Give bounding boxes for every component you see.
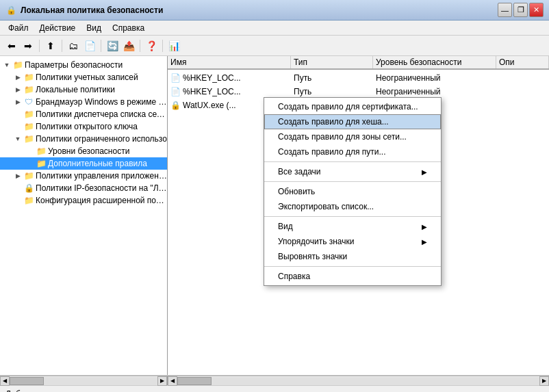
scroll-left-btn[interactable]: ◀ xyxy=(0,376,10,386)
cell-name-1: 📄 %HKEY_LOC... xyxy=(168,87,291,96)
folder-icon-7: 📁 xyxy=(36,146,47,157)
folder-icon-11: 📁 xyxy=(23,195,34,206)
tree-item-11[interactable]: 📁 Конфигурация расширенной полит xyxy=(0,194,167,207)
menu-file[interactable]: Файл xyxy=(3,22,34,34)
row-icon-2: 🔒 xyxy=(170,101,181,110)
folder-icon-root: 📁 xyxy=(12,60,23,70)
ctx-refresh[interactable]: Обновить xyxy=(264,184,441,199)
ctx-create-hash[interactable]: Создать правило для хеша... xyxy=(264,114,441,129)
scroll-right-btn[interactable]: ▶ xyxy=(157,376,167,386)
ctx-all-tasks[interactable]: Все задачи ▶ xyxy=(264,164,441,179)
view-button[interactable]: 📊 xyxy=(166,38,181,53)
col-header-desc[interactable]: Опи xyxy=(496,56,549,68)
folder-icon-6: 📁 xyxy=(23,133,34,144)
expand-icon-2: ▶ xyxy=(12,86,23,93)
tree-label-1: Политики учетных записей xyxy=(36,73,138,82)
refresh-button[interactable]: 🔄 xyxy=(105,38,120,53)
right-pane: Имя Тип Уровень безопасности Опи 📄 %HKEY… xyxy=(168,56,549,375)
scroll-row: ◀ ▶ ◀ ▶ xyxy=(0,376,549,385)
scroll-thumb-right[interactable] xyxy=(177,377,212,385)
expand-icon-10 xyxy=(12,185,23,192)
ctx-export[interactable]: Экспортировать список... xyxy=(264,199,441,214)
tree-label-11: Конфигурация расширенной полит xyxy=(36,196,167,205)
window-icon: 🔒 xyxy=(5,5,16,16)
tree-label-root: Параметры безопасности xyxy=(25,60,123,70)
tree-item-1[interactable]: ▶ 📁 Политики учетных записей xyxy=(0,71,167,83)
close-button[interactable]: ✕ xyxy=(529,3,544,17)
export-button[interactable]: 📤 xyxy=(121,38,136,53)
expand-icon-8 xyxy=(25,160,36,167)
expand-icon-11 xyxy=(12,197,23,204)
menu-view[interactable]: Вид xyxy=(81,22,107,34)
tree-label-3: Брандмауэр Windows в режиме пов xyxy=(36,97,167,107)
status-bar: Добавление нового правила для хэша прило… xyxy=(0,385,549,392)
ctx-separator-1 xyxy=(264,161,441,162)
forward-button[interactable]: ➡ xyxy=(21,38,36,53)
ctx-separator-4 xyxy=(264,266,441,267)
col-header-name[interactable]: Имя xyxy=(168,56,291,68)
ctx-separator-3 xyxy=(264,216,441,217)
tree-label-9: Политики управления приложения xyxy=(36,171,167,181)
submenu-arrow-1: ▶ xyxy=(422,168,427,176)
row-icon-0: 📄 xyxy=(170,73,181,83)
folder-icon-1: 📁 xyxy=(23,72,34,83)
tree-item-7[interactable]: 📁 Уровни безопасности xyxy=(0,145,167,157)
tree-item-3[interactable]: ▶ 🛡 Брандмауэр Windows в режиме пов xyxy=(0,96,167,108)
menu-help[interactable]: Справка xyxy=(107,22,150,34)
ctx-view[interactable]: Вид ▶ xyxy=(264,219,441,234)
folder-icon-4: 📁 xyxy=(23,109,34,120)
window-controls: — ❐ ✕ xyxy=(498,3,544,17)
ctx-help[interactable]: Справка xyxy=(264,269,441,284)
tree-item-2[interactable]: ▶ 📁 Локальные политики xyxy=(0,83,167,96)
table-row[interactable]: 📄 %HKEY_LOC... Путь Неограниченный xyxy=(168,71,549,85)
folder-icon-10: 🔒 xyxy=(23,183,34,194)
scroll-track-left[interactable] xyxy=(10,377,157,385)
ctx-create-path[interactable]: Создать правило для пути... xyxy=(264,144,441,159)
tree-item-5[interactable]: 📁 Политики открытого ключа xyxy=(0,120,167,133)
toolbar-separator-1 xyxy=(39,40,40,52)
scroll-track-right[interactable] xyxy=(177,377,539,385)
expand-icon-7 xyxy=(25,148,36,155)
col-header-type[interactable]: Тип xyxy=(291,56,373,68)
scroll-left-btn-2[interactable]: ◀ xyxy=(168,376,177,386)
expand-icon-5 xyxy=(12,123,23,130)
scroll-right-btn-2[interactable]: ▶ xyxy=(539,376,549,386)
up-button[interactable]: ⬆ xyxy=(43,38,58,53)
cell-name-0: 📄 %HKEY_LOC... xyxy=(168,73,291,83)
tree-item-4[interactable]: 📁 Политики диспетчера списка сетей xyxy=(0,108,167,120)
submenu-arrow-2: ▶ xyxy=(422,223,427,231)
ctx-create-cert[interactable]: Создать правило для сертификата... xyxy=(264,99,441,114)
col-header-security[interactable]: Уровень безопасности xyxy=(373,56,496,68)
toolbar-btn-2[interactable]: 📄 xyxy=(82,38,97,53)
cell-security-1: Неограниченный xyxy=(373,87,496,96)
main-content: ▼ 📁 Параметры безопасности ▶ 📁 Политики … xyxy=(0,56,549,376)
toolbar-separator-5 xyxy=(162,40,163,52)
show-hide-tree[interactable]: 🗂 xyxy=(66,38,81,53)
tree-item-8[interactable]: 📁 Дополнительные правила xyxy=(0,157,167,170)
ctx-create-zone[interactable]: Создать правило для зоны сети... xyxy=(264,129,441,144)
minimize-button[interactable]: — xyxy=(498,3,512,17)
restore-button[interactable]: ❐ xyxy=(513,3,528,17)
tree-item-root[interactable]: ▼ 📁 Параметры безопасности xyxy=(0,59,167,71)
context-menu: Создать правило для сертификата... Созда… xyxy=(264,97,442,286)
tree-label-7: Уровни безопасности xyxy=(48,146,129,156)
ctx-separator-2 xyxy=(264,181,441,182)
cell-type-1: Путь xyxy=(291,87,373,96)
ctx-arrange-icons[interactable]: Упорядочить значки ▶ xyxy=(264,234,441,249)
folder-icon-2: 📁 xyxy=(23,84,34,95)
toolbar-separator-4 xyxy=(140,40,140,52)
table-header: Имя Тип Уровень безопасности Опи xyxy=(168,56,549,70)
tree-item-10[interactable]: 🔒 Политики IP-безопасности на "Лока xyxy=(0,182,167,194)
expand-icon-6: ▼ xyxy=(12,135,23,142)
scroll-thumb-left[interactable] xyxy=(10,377,44,385)
tree-item-9[interactable]: ▶ 📁 Политики управления приложения xyxy=(0,170,167,182)
help-button[interactable]: ❓ xyxy=(144,38,159,53)
toolbar-separator-2 xyxy=(62,40,62,52)
table-row[interactable]: 📄 %HKEY_LOC... Путь Неограниченный xyxy=(168,85,549,99)
menu-action[interactable]: Действие xyxy=(34,22,81,34)
tree-item-6[interactable]: ▼ 📁 Политики ограниченного использо xyxy=(0,133,167,145)
folder-icon-5: 📁 xyxy=(23,121,34,132)
back-button[interactable]: ⬅ xyxy=(4,38,19,53)
window-title: Локальная политика безопасности xyxy=(21,5,498,15)
ctx-align-icons[interactable]: Выровнять значки xyxy=(264,249,441,264)
